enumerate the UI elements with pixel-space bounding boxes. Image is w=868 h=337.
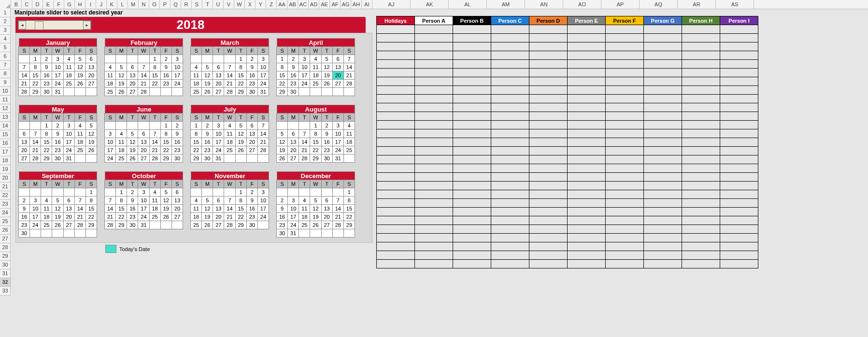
day-cell[interactable]: 3 <box>138 188 149 197</box>
day-cell[interactable]: 6 <box>127 63 138 71</box>
table-cell[interactable] <box>682 121 720 129</box>
table-cell[interactable] <box>720 147 758 155</box>
table-cell[interactable] <box>377 155 415 164</box>
table-cell[interactable] <box>720 199 758 208</box>
table-cell[interactable] <box>491 182 529 190</box>
day-cell[interactable]: 26 <box>160 212 172 221</box>
day-cell[interactable]: 31 <box>257 87 269 96</box>
day-cell[interactable]: 31 <box>138 221 149 229</box>
day-cell[interactable]: 7 <box>149 129 161 138</box>
day-cell[interactable]: 31 <box>332 154 344 163</box>
day-cell[interactable]: 27 <box>246 146 258 154</box>
table-cell[interactable] <box>529 173 568 182</box>
day-cell[interactable]: 23 <box>171 146 183 154</box>
day-cell[interactable]: 10 <box>63 129 75 138</box>
day-cell[interactable]: 21 <box>224 212 235 221</box>
table-cell[interactable] <box>491 251 529 260</box>
table-cell[interactable] <box>529 147 568 155</box>
table-cell[interactable] <box>453 164 491 173</box>
day-cell[interactable]: 20 <box>246 138 258 146</box>
day-cell[interactable]: 27 <box>127 87 138 96</box>
day-cell[interactable]: 15 <box>85 204 97 213</box>
table-cell[interactable] <box>415 182 453 190</box>
table-cell[interactable] <box>415 234 453 242</box>
day-cell[interactable]: 14 <box>149 138 161 146</box>
table-cell[interactable] <box>453 190 491 199</box>
table-cell[interactable] <box>377 173 415 182</box>
day-cell[interactable]: 6 <box>321 196 333 205</box>
table-cell[interactable] <box>377 86 415 95</box>
day-cell[interactable]: 25 <box>310 79 321 88</box>
table-cell[interactable] <box>644 69 682 77</box>
day-cell[interactable]: 21 <box>299 146 310 154</box>
column-header[interactable]: P <box>160 0 171 9</box>
day-cell[interactable]: 11 <box>104 71 116 80</box>
row-header[interactable]: 8 <box>0 70 11 78</box>
person-header[interactable]: Person G <box>644 16 682 25</box>
table-cell[interactable] <box>644 147 682 155</box>
table-cell[interactable] <box>682 182 720 190</box>
table-cell[interactable] <box>720 173 758 182</box>
day-cell[interactable]: 23 <box>246 212 258 221</box>
table-cell[interactable] <box>453 112 491 121</box>
day-cell[interactable]: 14 <box>138 71 149 80</box>
day-cell[interactable]: 16 <box>171 138 183 146</box>
day-cell[interactable]: 26 <box>127 154 138 163</box>
day-cell[interactable]: 25 <box>115 154 127 163</box>
table-cell[interactable] <box>377 225 415 234</box>
table-cell[interactable] <box>529 121 568 129</box>
row-header[interactable]: 26 <box>0 226 11 235</box>
day-cell[interactable]: 20 <box>127 79 138 88</box>
day-cell[interactable]: 30 <box>171 154 183 163</box>
day-cell[interactable]: 17 <box>257 204 269 213</box>
day-cell[interactable]: 24 <box>299 79 310 88</box>
table-cell[interactable] <box>529 251 568 260</box>
day-cell[interactable]: 14 <box>18 71 30 80</box>
table-cell[interactable] <box>568 208 606 216</box>
day-cell[interactable]: 29 <box>190 154 202 163</box>
day-cell[interactable]: 27 <box>63 221 75 229</box>
day-cell[interactable]: 7 <box>104 196 116 205</box>
table-cell[interactable] <box>568 216 606 225</box>
person-header[interactable]: Person I <box>720 16 758 25</box>
day-cell[interactable]: 28 <box>343 79 355 88</box>
table-cell[interactable] <box>415 129 453 138</box>
day-cell[interactable]: 3 <box>332 121 344 130</box>
day-cell[interactable]: 18 <box>190 79 202 88</box>
table-cell[interactable] <box>568 77 606 86</box>
day-cell[interactable]: 21 <box>257 138 269 146</box>
day-cell[interactable]: 29 <box>235 221 247 229</box>
table-cell[interactable] <box>720 242 758 251</box>
day-cell[interactable]: 13 <box>85 63 97 71</box>
table-cell[interactable] <box>644 34 682 42</box>
table-cell[interactable] <box>415 138 453 147</box>
day-cell[interactable]: 1 <box>149 55 161 63</box>
day-cell[interactable]: 26 <box>321 79 333 88</box>
day-cell[interactable]: 5 <box>115 63 127 71</box>
day-cell[interactable]: 5 <box>321 55 333 63</box>
day-cell[interactable]: 25 <box>190 87 202 96</box>
row-header[interactable]: 17 <box>0 148 11 156</box>
day-cell[interactable]: 28 <box>332 221 344 229</box>
day-cell[interactable]: 20 <box>213 212 224 221</box>
table-cell[interactable] <box>720 155 758 164</box>
table-cell[interactable] <box>415 34 453 42</box>
day-cell[interactable]: 8 <box>190 129 202 138</box>
row-header[interactable]: 7 <box>0 61 11 70</box>
day-cell[interactable]: 21 <box>224 79 235 88</box>
day-cell[interactable]: 21 <box>138 79 149 88</box>
column-header[interactable]: R <box>181 0 192 9</box>
table-cell[interactable] <box>606 182 644 190</box>
table-cell[interactable] <box>377 216 415 225</box>
day-cell[interactable]: 4 <box>149 188 161 197</box>
day-cell[interactable]: 15 <box>29 71 41 80</box>
row-header[interactable]: 22 <box>0 191 11 200</box>
day-cell[interactable]: 18 <box>343 138 355 146</box>
table-cell[interactable] <box>644 51 682 60</box>
day-cell[interactable]: 7 <box>224 63 235 71</box>
table-cell[interactable] <box>377 51 415 60</box>
table-cell[interactable] <box>720 77 758 86</box>
table-cell[interactable] <box>453 242 491 251</box>
table-cell[interactable] <box>720 121 758 129</box>
day-cell[interactable]: 11 <box>41 204 52 213</box>
